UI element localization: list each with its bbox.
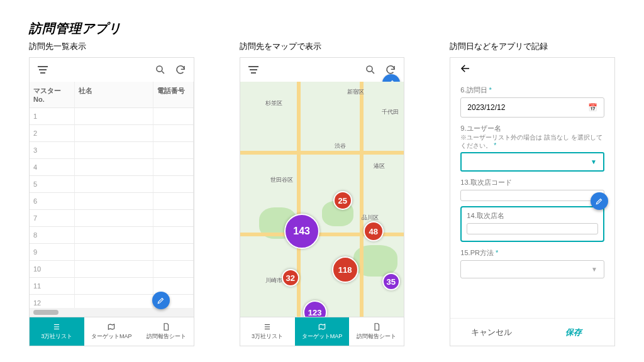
save-button[interactable]: 保存 [533,319,614,346]
tab-report[interactable]: 訪問報告シート [139,317,194,346]
tab-map[interactable]: ターゲットMAP [84,317,139,346]
col-tel: 電話番号 [153,82,194,107]
menu-icon[interactable] [37,64,48,75]
caption-form: 訪問日などをアプリで記録 [450,41,615,52]
map-cluster[interactable]: 48 [364,221,384,241]
bottom-tabs: 3万社リスト ターゲットMAP 訪問報告シート [30,317,194,346]
field14-group: 14.取次店名 [460,206,604,242]
refresh-icon[interactable] [175,64,186,75]
back-button[interactable] [450,58,614,79]
table-body: 1 2 3 4 5 6 7 8 9 10 11 12 [30,108,194,308]
field6-label: 6.訪問日 * [460,85,604,95]
place-label: 世田谷区 [270,176,293,184]
form-actions: キャンセル 保存 [450,318,614,346]
date-field[interactable]: 2023/12/12📅 [460,97,604,118]
tab-list[interactable]: 3万社リスト [240,317,295,346]
caption-list: 訪問先一覧表示 [29,41,194,52]
map-cluster[interactable]: 35 [382,273,400,290]
map-canvas[interactable]: 杉並区 新宿区 千代田 渋谷 世田谷区 品川区 川崎市 港区 25 143 48… [240,82,404,317]
cancel-button[interactable]: キャンセル [450,319,532,346]
field9-note: ※ユーザーリスト外の場合は 該当なし を選択してください。 * [460,133,604,150]
svg-point-5 [367,66,372,72]
tab-map[interactable]: ターゲットMAP [295,317,350,346]
svg-line-1 [162,71,164,74]
edit-fab[interactable] [152,292,170,309]
col-no: マスターNo. [30,82,75,107]
field9-label: 9.ユーザー名 [460,124,604,133]
search-icon[interactable] [365,64,376,75]
map-cluster[interactable]: 123 [303,300,327,317]
table-row[interactable]: 6 [30,193,194,210]
chevron-down-icon: ▼ [591,158,597,165]
place-label: 港区 [374,162,385,170]
field14-label: 14.取次店名 [467,211,598,221]
phone-list: マスターNo. 社名 電話番号 1 2 3 4 5 6 7 8 9 10 11 … [29,57,194,346]
svg-line-6 [372,71,375,74]
calendar-icon: 📅 [588,103,597,112]
tab-list[interactable]: 3万社リスト [30,317,84,346]
phone-map: 杉並区 新宿区 千代田 渋谷 世田谷区 品川区 川崎市 港区 25 143 48… [240,57,405,346]
table-header: マスターNo. 社名 電話番号 [30,82,194,108]
h-scrollbar[interactable] [30,308,194,317]
pr-select[interactable]: ▼ [460,260,604,278]
edit-fab[interactable] [591,192,608,210]
agent-code-field[interactable] [460,190,604,201]
map-cluster[interactable]: 32 [282,269,299,287]
map-cluster[interactable]: 118 [332,256,358,283]
search-icon[interactable] [155,64,166,75]
place-label: 杉並区 [265,99,282,107]
table-row[interactable]: 9 [30,244,194,261]
place-label: 川崎市 [265,277,282,285]
table-row[interactable]: 1 [30,108,194,125]
tab-report[interactable]: 訪問報告シート [349,317,404,346]
col-name: 社名 [75,82,153,107]
map-cluster[interactable]: 143 [284,214,319,249]
page-title: 訪問管理アプリ [0,0,644,41]
place-label: 新宿区 [347,88,364,96]
table-row[interactable]: 11 [30,278,194,295]
place-label: 渋谷 [335,142,346,150]
table-row[interactable]: 7 [30,210,194,227]
table-row[interactable]: 10 [30,261,194,278]
table-row[interactable]: 3 [30,142,194,159]
field15-label: 15.PR方法 * [460,248,604,258]
user-select[interactable]: ▼ [460,152,604,172]
table-row[interactable]: 2 [30,125,194,142]
table-row[interactable]: 8 [30,227,194,244]
caption-map: 訪問先をマップで表示 [240,41,405,52]
table-row[interactable]: 5 [30,176,194,193]
field13-label: 13.取次店コード [460,178,604,187]
place-label: 品川区 [362,214,379,222]
agent-name-field[interactable] [467,223,598,234]
chevron-down-icon: ▼ [591,266,597,273]
table-row[interactable]: 4 [30,159,194,176]
map-cluster[interactable]: 25 [333,191,352,210]
bottom-tabs: 3万社リスト ターゲットMAP 訪問報告シート [240,317,404,346]
place-label: 千代田 [382,108,399,116]
phone-form: 6.訪問日 * 2023/12/12📅 9.ユーザー名 ※ユーザーリスト外の場合… [450,57,615,346]
menu-icon[interactable] [248,64,259,75]
svg-point-0 [157,66,162,72]
